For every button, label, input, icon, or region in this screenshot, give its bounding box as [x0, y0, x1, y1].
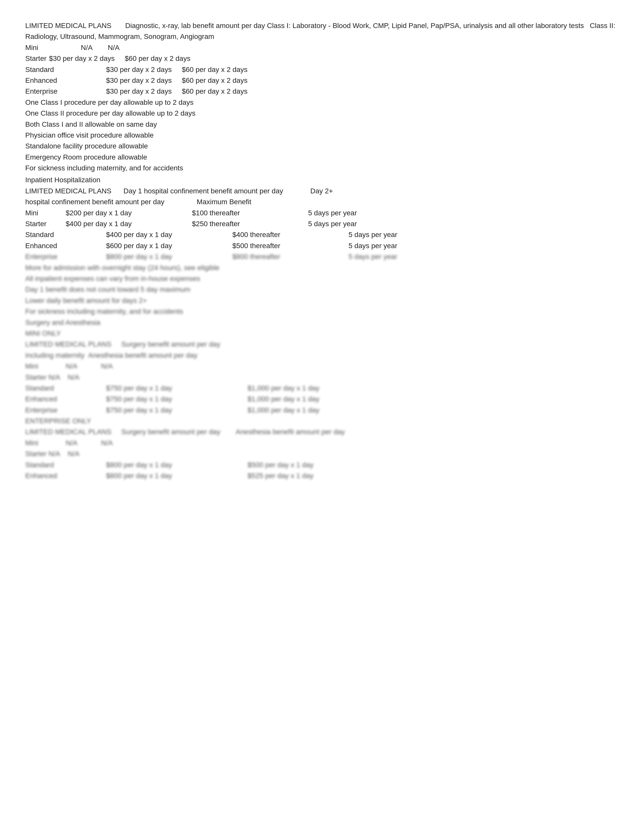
hosp-standard-label: Standard [25, 229, 106, 240]
hosp-starter-val1: $400 per day x 1 day [66, 218, 192, 229]
mini-label: Mini [25, 42, 81, 53]
surg2-standard-val2: $500 per day x 1 day [248, 460, 314, 470]
surgery2-row-mini: Mini N/A N/A [25, 437, 619, 448]
blurred-line-2: All inpatient expenses can vary from in-… [25, 273, 619, 284]
surg-enterprise-label: Enterprise [25, 405, 106, 415]
hosp-enterprise-label-blurred: Enterprise [25, 251, 106, 262]
mini-val2: N/A [108, 42, 120, 53]
diagnostic-row-enhanced: Enhanced $30 per day x 2 days $60 per da… [25, 75, 619, 86]
hosp-starter-max: 5 days per year [308, 218, 357, 229]
standard-label: Standard [25, 64, 106, 75]
hosp-standard-max: 5 days per year [349, 229, 397, 240]
hosp-enterprise-max-blurred: 5 days per year [349, 251, 397, 262]
note-7: For sickness including maternity, and fo… [25, 162, 619, 174]
blurred-section-1: More for admission with overnight stay (… [25, 262, 619, 339]
blurred-line-3: Day 1 benefit does not count toward 5 da… [25, 284, 619, 295]
surg-enhanced-label: Enhanced [25, 394, 106, 404]
hosp-starter-label: Starter [25, 218, 66, 229]
standard-val1: $30 per day x 2 days [106, 64, 172, 75]
surgery2-row-starter: Starter N/A N/A [25, 448, 619, 459]
hosp-enterprise-val1-blurred: $800 per day x 1 day [106, 251, 232, 262]
surg2-enhanced-label: Enhanced [25, 470, 106, 481]
diagnostic-row-enterprise: Enterprise $30 per day x 2 days $60 per … [25, 86, 619, 96]
surgery-section-1: LIMITED MEDICAL PLANS Surgery benefit am… [25, 339, 619, 426]
standard-val2: $60 per day x 2 days [182, 64, 248, 75]
surg-mini-label: Mini [25, 361, 66, 371]
note-3: Both Class I and II allowable on same da… [25, 119, 619, 130]
surg2-standard-val1: $800 per day x 1 day [106, 460, 248, 470]
surgery-subheader-1: Including maternity Anesthesia benefit a… [25, 350, 619, 361]
surgery-row-starter: Starter N/A N/A [25, 372, 619, 383]
hospital-header-line: LIMITED MEDICAL PLANS Day 1 hospital con… [25, 185, 619, 196]
enterprise-label: Enterprise [25, 86, 106, 96]
diagnostic-title: LIMITED MEDICAL PLANS [25, 22, 111, 29]
starter-val1: $30 per day x 2 days [49, 53, 115, 64]
surg-starter-label: Starter N/A N/A [25, 372, 80, 383]
hospital-row-enterprise-blurred: Enterprise $800 per day x 1 day $800 the… [25, 251, 619, 262]
surg-enhanced-val2: $1,000 per day x 1 day [248, 394, 319, 404]
hospital-row-starter: Starter $400 per day x 1 day $250 therea… [25, 218, 619, 229]
surg-mini-val1: N/A [66, 361, 101, 371]
surg-enterprise-val1: $750 per day x 1 day [106, 405, 248, 415]
hospital-col1-header: Day 1 hospital confinement benefit amoun… [124, 187, 283, 195]
surg-standard-val1: $750 per day x 1 day [106, 383, 248, 394]
surg2-standard-label: Standard [25, 460, 106, 470]
hospital-max-header: Maximum Benefit [197, 198, 251, 206]
blurred-line-4: Lower daily benefit amount for days 2+ [25, 295, 619, 306]
enterprise-val2: $60 per day x 2 days [182, 86, 248, 96]
hospital-col2-header: hospital confinement benefit amount per … [25, 198, 164, 206]
diagnostic-row-starter: Starter $30 per day x 2 days $60 per day… [25, 53, 619, 64]
surg2-mini-val1: N/A [66, 437, 101, 448]
hospital-row-enhanced: Enhanced $600 per day x 1 day $500 there… [25, 240, 619, 251]
hosp-enhanced-max: 5 days per year [349, 240, 397, 251]
surg2-enhanced-val2: $525 per day x 1 day [248, 470, 314, 481]
surgery-row-standard: Standard $750 per day x 1 day $1,000 per… [25, 383, 619, 394]
surg-enterprise-val2: $1,000 per day x 1 day [248, 405, 319, 415]
surg2-mini-val2: N/A [101, 437, 113, 448]
hosp-mini-max: 5 days per year [308, 207, 357, 218]
diagnostic-row-mini: Mini N/A N/A [25, 42, 619, 53]
surgery-row-enhanced: Enhanced $750 per day x 1 day $1,000 per… [25, 394, 619, 404]
enterprise-val1: $30 per day x 2 days [106, 86, 172, 96]
hospital-title: LIMITED MEDICAL PLANS [25, 187, 111, 195]
surgery2-row-enhanced: Enhanced $800 per day x 1 day $525 per d… [25, 470, 619, 481]
blurred-line-7: MINI ONLY [25, 328, 619, 339]
surgery2-row-standard: Standard $800 per day x 1 day $500 per d… [25, 460, 619, 470]
diagnostic-row-standard: Standard $30 per day x 2 days $60 per da… [25, 64, 619, 75]
inpatient-section-label: Inpatient Hospitalization [25, 174, 619, 185]
blurred-line-5: For sickness including maternity, and fo… [25, 306, 619, 317]
hosp-standard-val2: $400 thereafter [232, 229, 349, 240]
hosp-mini-val1: $200 per day x 1 day [66, 207, 192, 218]
enhanced-val1: $30 per day x 2 days [106, 75, 172, 86]
note-1: One Class I procedure per day allowable … [25, 97, 619, 108]
hosp-enhanced-label: Enhanced [25, 240, 106, 251]
surgery-header-2: LIMITED MEDICAL PLANS Surgery benefit am… [25, 426, 619, 437]
diagnostic-description: Diagnostic, x-ray, lab benefit amount pe… [125, 22, 615, 29]
hosp-mini-label: Mini [25, 207, 66, 218]
surgery-row-enterprise: Enterprise $750 per day x 1 day $1,000 p… [25, 405, 619, 415]
surg2-starter-label: Starter N/A N/A [25, 448, 80, 459]
hosp-starter-val2: $250 thereafter [192, 218, 308, 229]
surgery-row-mini: Mini N/A N/A [25, 361, 619, 371]
enhanced-label: Enhanced [25, 75, 106, 86]
hospital-row-mini: Mini $200 per day x 1 day $100 thereafte… [25, 207, 619, 218]
diagnostic-header-line1: LIMITED MEDICAL PLANS Diagnostic, x-ray,… [25, 20, 619, 31]
enhanced-val2: $60 per day x 2 days [182, 75, 248, 86]
note-2: One Class II procedure per day allowable… [25, 108, 619, 119]
surg-mini-val2: N/A [101, 361, 113, 371]
blurred-line-6: Surgery and Anesthesia [25, 317, 619, 328]
mini-val1: N/A [81, 42, 93, 53]
surgery-header-1: LIMITED MEDICAL PLANS Surgery benefit am… [25, 339, 619, 350]
hosp-enterprise-val2-blurred: $800 thereafter [232, 251, 349, 262]
surg-standard-val2: $1,000 per day x 1 day [248, 383, 319, 394]
starter-label: Starter [25, 53, 47, 64]
diagnostic-description-line2: Radiology, Ultrasound, Mammogram, Sonogr… [25, 31, 619, 42]
note-5: Standalone facility procedure allowable [25, 141, 619, 151]
hosp-enhanced-val1: $600 per day x 1 day [106, 240, 232, 251]
surg2-enhanced-val1: $800 per day x 1 day [106, 470, 248, 481]
blurred-line-1: More for admission with overnight stay (… [25, 262, 619, 273]
hosp-enhanced-val2: $500 thereafter [232, 240, 349, 251]
surg2-mini-label: Mini [25, 437, 66, 448]
note-6: Emergency Room procedure allowable [25, 152, 619, 162]
hospital-day2-label: Day 2+ [311, 187, 333, 195]
